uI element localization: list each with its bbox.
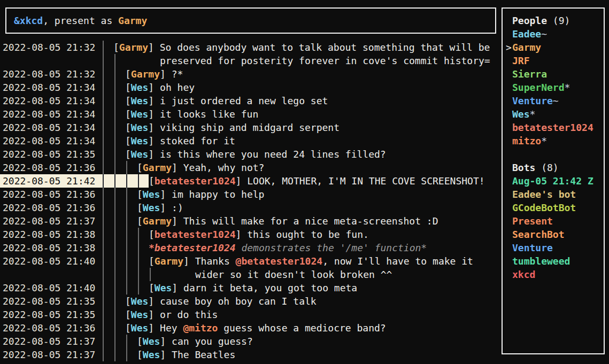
message-text: [Garmy] ?* — [125, 67, 183, 81]
thread-line — [138, 241, 139, 254]
section-label: People — [512, 15, 547, 26]
thread-line — [114, 348, 115, 361]
sidebar-item-gcodebotbot[interactable]: GCodeBotBot — [503, 201, 604, 214]
thread-line — [126, 228, 127, 241]
member-name: JRF — [512, 55, 530, 66]
message-text: [Wes] it looks like fun — [125, 107, 258, 121]
channel-name: &xkcd — [14, 15, 43, 26]
username: betatester1024 — [155, 229, 236, 240]
thread-line — [114, 94, 115, 107]
message-segment: cause boy oh boy can I talk — [160, 296, 317, 307]
sidebar-section-title: Bots (8) — [503, 161, 604, 174]
thread-line — [138, 254, 139, 268]
username: Garmy — [119, 42, 148, 53]
message-segment: [ — [113, 42, 119, 53]
timestamp: 2022-08-05 21:36 — [3, 161, 95, 174]
message-text: [Wes] stoked for it — [125, 134, 235, 148]
message-segment: ] — [160, 68, 172, 80]
username: Wes — [131, 135, 149, 146]
thread-line — [103, 67, 104, 81]
username: *betatester1024 — [149, 242, 236, 253]
sidebar-item-jrf[interactable]: JRF — [503, 54, 604, 67]
sidebar-item-mitzo[interactable]: mitzo* — [503, 134, 604, 148]
message-text: [Wes] cause boy oh boy can I talk — [125, 295, 317, 308]
thread-line — [126, 281, 127, 295]
timestamp: 2022-08-05 21:32 — [3, 41, 95, 54]
thread-line — [126, 241, 127, 254]
thread-line — [114, 67, 115, 81]
message-segment: ] — [236, 175, 248, 187]
thread-line — [114, 254, 115, 268]
thread-line — [103, 348, 104, 361]
sidebar-item-xkcd[interactable]: xkcd — [503, 268, 604, 281]
message-text: wider so it doesn't look broken ^^ — [195, 268, 392, 281]
sidebar-item-tumbleweed[interactable]: tumbleweed — [503, 254, 604, 268]
message-text: [Garmy] This will make for a nice meta-s… — [137, 214, 438, 228]
thread-line — [103, 281, 104, 295]
thread-line — [114, 107, 115, 121]
message-segment: [ — [125, 68, 131, 80]
thread-line — [114, 174, 115, 188]
timestamp: 2022-08-05 21:36 — [3, 201, 95, 214]
username: Wes — [131, 322, 149, 334]
message-text: [betatester1024] LOOK, MOTHER, I'M IN TH… — [149, 174, 485, 188]
member-name: Sierra — [512, 68, 547, 80]
thread-line — [103, 161, 104, 174]
message-segment: [ — [149, 229, 155, 240]
member-name: Eadee — [512, 28, 541, 40]
message-segment: ] — [160, 336, 172, 347]
thread-line — [114, 148, 115, 161]
member-name: mitzo — [512, 135, 541, 146]
message-segment: [ — [125, 122, 131, 133]
thread-line — [114, 295, 115, 308]
thread-line — [103, 214, 104, 228]
message-segment: [ — [137, 189, 143, 200]
thread-line — [103, 228, 104, 241]
sidebar-item-eadee[interactable]: Eadee~ — [503, 27, 604, 41]
message-segment: ] — [148, 109, 160, 120]
channel-header: &xkcd, present as Garmy — [5, 7, 496, 34]
thread-line — [126, 201, 127, 214]
username: Garmy — [143, 215, 172, 227]
thread-line — [114, 134, 115, 148]
member-name: tumbleweed — [512, 255, 570, 267]
timestamp: 2022-08-05 21:38 — [3, 241, 95, 254]
message-segment: ] — [160, 189, 172, 200]
thread-line — [126, 214, 127, 228]
sidebar-item-wes[interactable]: Wes* — [503, 107, 604, 121]
member-name: Garmy — [512, 42, 541, 53]
section-label: Bots — [512, 162, 535, 173]
message-text: [Wes] darn it beta, you got too meta — [149, 281, 357, 295]
message-segment: ] — [148, 122, 160, 133]
message-text: [Garmy] Thanks @betatester1024, now I'll… — [149, 254, 473, 268]
message-text: *betatester1024 demonstrates the '/me' f… — [149, 241, 427, 254]
message-segment: guess whose a mediocre band? — [218, 322, 386, 334]
message-text: [betatester1024] this ought to be fun. — [149, 228, 369, 241]
sidebar-item-searchbot[interactable]: SearchBot — [503, 228, 604, 241]
sidebar-item-garmy[interactable]: >Garmy — [503, 41, 604, 54]
thread-line — [103, 94, 104, 107]
username: Garmy — [131, 68, 160, 80]
sidebar-item-eadee-s-bot[interactable]: Eadee's bot — [503, 188, 604, 201]
message-segment: LOOK, MOTHER, I'M IN THE COVE SCREENSHOT… — [247, 175, 484, 187]
username: Wes — [143, 336, 160, 347]
member-name: xkcd — [512, 269, 535, 280]
sidebar-item-sierra[interactable]: Sierra — [503, 67, 604, 81]
thread-line — [103, 308, 104, 321]
sidebar-item-supernerd[interactable]: SuperNerd* — [503, 81, 604, 94]
sidebar-item-venture[interactable]: Venture — [503, 241, 604, 254]
message-text: [Wes] viking ship and midgard serpent — [125, 121, 340, 134]
message-text: [Wes] is this where you need 24 lines fi… — [125, 148, 386, 161]
message-segment: [ — [125, 135, 131, 146]
timestamp: 2022-08-05 21:42 — [3, 174, 95, 188]
message-text: [Wes] oh hey — [125, 81, 195, 94]
timestamp: 2022-08-05 21:37 — [3, 214, 95, 228]
message-segment: i just ordered a new lego set — [160, 95, 328, 106]
sidebar-item-present[interactable]: Present — [503, 214, 604, 228]
member-name: Wes — [512, 109, 530, 120]
sidebar-item-betatester1024[interactable]: betatester1024 — [503, 121, 604, 134]
sidebar-item-aug-05-21-42-z[interactable]: Aug-05 21:42 Z — [503, 174, 604, 188]
sidebar-item-venture[interactable]: Venture~ — [503, 94, 604, 107]
message-segment: [ — [125, 82, 131, 93]
username: Wes — [143, 189, 160, 200]
